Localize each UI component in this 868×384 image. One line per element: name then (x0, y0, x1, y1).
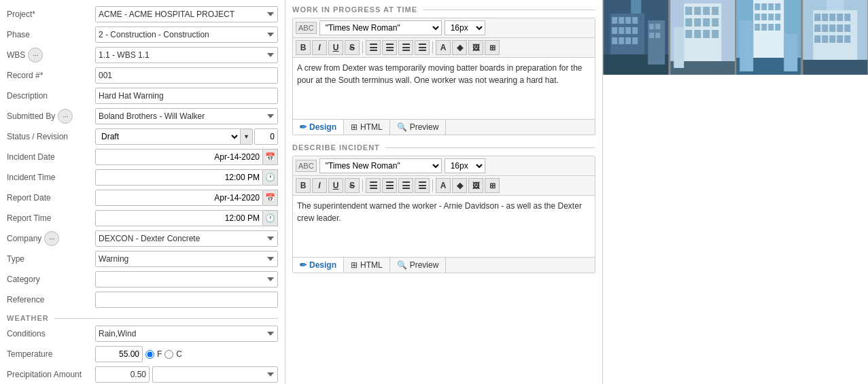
describe-highlight-button[interactable]: ◆ (452, 178, 467, 193)
describe-align-left-button[interactable]: ☰ (366, 178, 381, 193)
work-divider-1 (362, 41, 363, 54)
describe-html-icon: ⊞ (351, 260, 358, 270)
submitted-by-select[interactable]: Boland Brothers - Will Walker (95, 108, 278, 124)
status-num-input[interactable] (254, 128, 278, 145)
work-abc-icon[interactable]: ABC (296, 22, 317, 34)
wbs-row: WBS ··· 1.1 - WBS 1.1 (7, 46, 278, 64)
temperature-row: Temperature F C (7, 345, 278, 363)
work-design-icon: ✏ (300, 122, 307, 132)
work-html-tab[interactable]: ⊞ HTML (344, 120, 390, 135)
work-font-color-button[interactable]: A (436, 40, 451, 55)
incident-time-clock-icon[interactable]: 🕐 (263, 169, 278, 186)
status-select[interactable]: Draft (95, 128, 241, 145)
work-justify-button[interactable]: ☰ (415, 40, 430, 55)
svg-rect-19 (655, 33, 660, 38)
wbs-dots-button[interactable]: ··· (28, 48, 43, 63)
status-dropdown-button[interactable]: ▼ (241, 128, 253, 145)
svg-rect-7 (619, 27, 624, 34)
describe-italic-button[interactable]: I (312, 178, 327, 193)
reference-input[interactable] (95, 292, 278, 308)
describe-align-right-button[interactable]: ☰ (398, 178, 413, 193)
work-table-button[interactable]: ⊞ (485, 40, 500, 55)
describe-divider-2 (432, 179, 433, 192)
describe-html-tab[interactable]: ⊞ HTML (344, 258, 390, 273)
describe-bold-button[interactable]: B (296, 178, 311, 193)
svg-rect-49 (768, 24, 774, 31)
work-align-right-button[interactable]: ☰ (398, 40, 413, 55)
describe-incident-toolbar-format: B I U S ☰ ☰ ☰ ☰ A ◆ 🖼 ⊞ (293, 176, 595, 196)
describe-abc-icon[interactable]: ABC (296, 160, 317, 172)
svg-rect-34 (712, 30, 718, 38)
report-time-input[interactable] (95, 210, 263, 226)
building-image-1[interactable] (603, 0, 670, 75)
svg-rect-42 (775, 3, 780, 10)
building-image-3[interactable] (735, 0, 802, 75)
svg-rect-69 (837, 35, 843, 43)
describe-design-tab[interactable]: ✏ Design (293, 258, 344, 273)
wbs-select[interactable]: 1.1 - WBS 1.1 (95, 47, 278, 63)
report-time-row: Report Time 🕐 (7, 209, 278, 227)
incident-time-input[interactable] (95, 169, 263, 186)
work-in-progress-label: WORK IN PROGRESS AT TIME (292, 5, 595, 14)
incident-date-row: Incident Date 📅 (7, 148, 278, 166)
work-preview-tab[interactable]: 🔍 Preview (390, 120, 447, 135)
svg-rect-26 (712, 7, 718, 15)
describe-size-select[interactable]: 16px (445, 158, 485, 173)
description-input[interactable] (95, 88, 278, 104)
report-date-input[interactable] (95, 190, 263, 206)
project-select[interactable]: ACME - ACME HOSPITAL PROJECT (95, 6, 278, 22)
svg-rect-20 (631, 0, 641, 14)
phase-select[interactable]: 2 - Construction - Construction (95, 27, 278, 43)
describe-preview-tab[interactable]: 🔍 Preview (390, 258, 447, 273)
report-time-clock-icon[interactable]: 🕐 (263, 210, 278, 226)
work-image-button[interactable]: 🖼 (468, 40, 483, 55)
fahrenheit-radio[interactable] (145, 350, 154, 359)
describe-align-center-button[interactable]: ☰ (382, 178, 397, 193)
work-in-progress-content[interactable]: A crew from Dexter was temporarily movin… (293, 58, 595, 119)
work-in-progress-toolbar-top: ABC "Times New Roman" 16px (293, 18, 595, 38)
temperature-input[interactable] (95, 346, 143, 362)
incident-date-calendar-icon[interactable]: 📅 (263, 149, 278, 165)
work-underline-button[interactable]: U (328, 40, 343, 55)
svg-rect-63 (829, 24, 835, 32)
work-size-select[interactable]: 16px (445, 20, 485, 35)
describe-table-button[interactable]: ⊞ (485, 178, 500, 193)
description-row: Description (7, 87, 278, 105)
type-select[interactable]: Warning (95, 251, 278, 267)
svg-rect-71 (803, 60, 867, 75)
company-dots-button[interactable]: ··· (44, 231, 59, 246)
work-highlight-button[interactable]: ◆ (452, 40, 467, 55)
work-design-tab[interactable]: ✏ Design (293, 120, 344, 135)
precipitation-unit-select[interactable] (152, 366, 278, 383)
report-date-calendar-icon[interactable]: 📅 (263, 190, 278, 206)
building-image-4[interactable] (802, 0, 869, 75)
describe-image-button[interactable]: 🖼 (468, 178, 483, 193)
describe-strikethrough-button[interactable]: S (345, 178, 360, 193)
company-select[interactable]: DEXCON - Dexter Concrete (95, 230, 278, 247)
describe-incident-content[interactable]: The superintendent warned the worker - A… (293, 196, 595, 257)
describe-font-select[interactable]: "Times New Roman" (319, 158, 442, 173)
report-time-label: Report Time (7, 213, 95, 223)
submitted-by-dots-button[interactable]: ··· (58, 109, 73, 124)
work-align-left-button[interactable]: ☰ (366, 40, 381, 55)
work-font-select[interactable]: "Times New Roman" (319, 20, 442, 35)
describe-incident-toolbar-top: ABC "Times New Roman" 16px (293, 156, 595, 176)
describe-incident-label: DESCRIBE INCIDENT (292, 143, 595, 152)
work-bold-button[interactable]: B (296, 40, 311, 55)
work-italic-button[interactable]: I (312, 40, 327, 55)
svg-rect-17 (655, 24, 660, 29)
record-input[interactable] (95, 67, 278, 84)
describe-font-color-button[interactable]: A (436, 178, 451, 193)
precipitation-input[interactable] (95, 366, 150, 383)
incident-date-input[interactable] (95, 149, 263, 165)
celsius-radio[interactable] (164, 350, 173, 359)
building-image-2[interactable] (670, 0, 736, 75)
category-select[interactable] (95, 271, 278, 287)
describe-underline-button[interactable]: U (328, 178, 343, 193)
company-row: Company ··· DEXCON - Dexter Concrete (7, 230, 278, 247)
describe-justify-button[interactable]: ☰ (415, 178, 430, 193)
work-strikethrough-button[interactable]: S (345, 40, 360, 55)
conditions-select[interactable]: Rain,Wind (95, 326, 278, 342)
svg-rect-46 (775, 14, 780, 20)
work-align-center-button[interactable]: ☰ (382, 40, 397, 55)
